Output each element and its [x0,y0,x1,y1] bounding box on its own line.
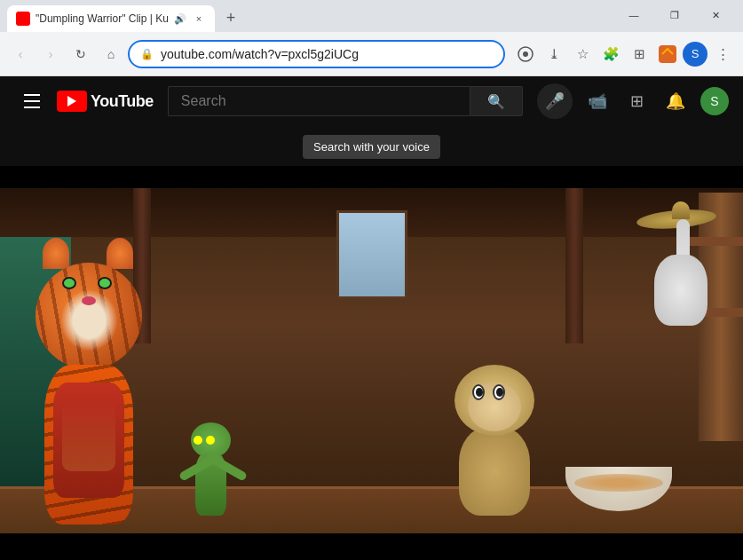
tigress-vest-design [62,400,115,471]
mantis-eye-right [206,436,215,445]
new-tab-button[interactable]: + [218,5,243,30]
youtube-header: YouTube 🔍 🎤 📹 ⊞ 🔔 S [0,76,743,126]
lock-icon: 🔒 [140,48,154,60]
address-bar: ‹ › ↻ ⌂ 🔒 youtube.com/watch?v=pxcl5g2iUC… [0,32,743,76]
tigress-ear-right [107,238,133,269]
tab-close-button[interactable]: × [192,12,206,26]
youtube-logo-text: YouTube [91,92,154,111]
voice-tooltip-container: Search with your voice [0,126,743,166]
video-content [0,166,743,560]
toolbar-actions: ⤓ ☆ 🧩 ⊞ S ⋮ [512,41,736,67]
create-video-button[interactable]: 📹 [580,83,615,119]
background-beam-right [565,166,583,343]
forward-button[interactable]: › [37,41,64,67]
video-black-bar-top [0,166,743,188]
crane-hat-top [672,201,690,219]
create-icon: 📹 [588,91,607,111]
mic-icon: 🎤 [545,91,565,111]
active-tab[interactable]: "Dumpling Warrior" Clip | Ku 🔊 × [7,5,215,32]
cast-button[interactable]: ⊞ [626,41,652,67]
tigress-nose [82,296,96,305]
tab-favicon [16,12,30,26]
youtube-avatar[interactable]: S [700,87,729,115]
download-button[interactable]: ⤓ [541,41,567,67]
close-button[interactable]: ✕ [695,2,736,28]
monkey-body [459,427,530,516]
tigress-eye-left [62,277,76,289]
mantis-character [178,409,249,516]
browser-frame: "Dumpling Warrior" Clip | Ku 🔊 × + — ❐ ✕… [0,0,743,560]
tab-title: "Dumpling Warrior" Clip | Ku [36,12,169,25]
youtube-header-actions: 📹 ⊞ 🔔 S [580,83,729,119]
tab-bar: "Dumpling Warrior" Clip | Ku 🔊 × + — ❐ ✕ [0,0,743,32]
background-door [336,210,407,299]
monkey-eye-left [472,384,485,400]
tigress-character [18,241,178,525]
monkey-eye-right [493,384,505,400]
tab-audio-icon: 🔊 [174,13,186,25]
chrome-icon [512,41,539,67]
svg-point-1 [523,51,528,57]
youtube-search-input[interactable] [168,86,470,116]
youtube-profile-small [654,41,681,67]
url-text: youtube.com/watch?v=pxcl5g2iUCg [161,47,493,61]
notifications-button[interactable]: 🔔 [658,83,693,119]
minimize-button[interactable]: — [613,2,654,28]
maximize-button[interactable]: ❐ [654,2,695,28]
window-controls: — ❐ ✕ [613,2,736,28]
youtube-mic-button[interactable]: 🎤 [537,83,573,119]
tigress-ear-left [43,238,69,269]
home-button[interactable]: ⌂ [98,41,124,67]
back-button[interactable]: ‹ [7,41,34,67]
video-scene [0,166,743,560]
apps-button[interactable]: ⊞ [619,83,654,119]
bookmark-button[interactable]: ☆ [569,41,596,67]
apps-icon: ⊞ [630,91,644,111]
monkey-character [441,356,565,516]
url-bar[interactable]: 🔒 youtube.com/watch?v=pxcl5g2iUCg [128,40,505,68]
crane-body [654,255,707,326]
youtube-logo-icon [57,91,87,112]
browser-profile-button[interactable]: S [683,42,707,67]
reload-button[interactable]: ↻ [67,41,94,67]
youtube-logo[interactable]: YouTube [57,91,154,112]
video-area[interactable] [0,166,743,560]
browser-menu-button[interactable]: ⋮ [709,41,736,67]
hamburger-menu-button[interactable] [14,83,50,119]
tigress-eye-right [98,277,112,289]
search-icon: 🔍 [487,93,505,110]
crane-character [619,201,725,379]
extensions-button[interactable]: 🧩 [597,41,624,67]
mantis-eye-left [194,436,202,445]
video-black-bar-bottom [0,533,743,560]
bell-icon: 🔔 [666,91,685,111]
youtube-search-bar: 🔍 [168,86,523,116]
voice-tooltip: Search with your voice [303,135,440,159]
youtube-search-button[interactable]: 🔍 [470,86,523,116]
